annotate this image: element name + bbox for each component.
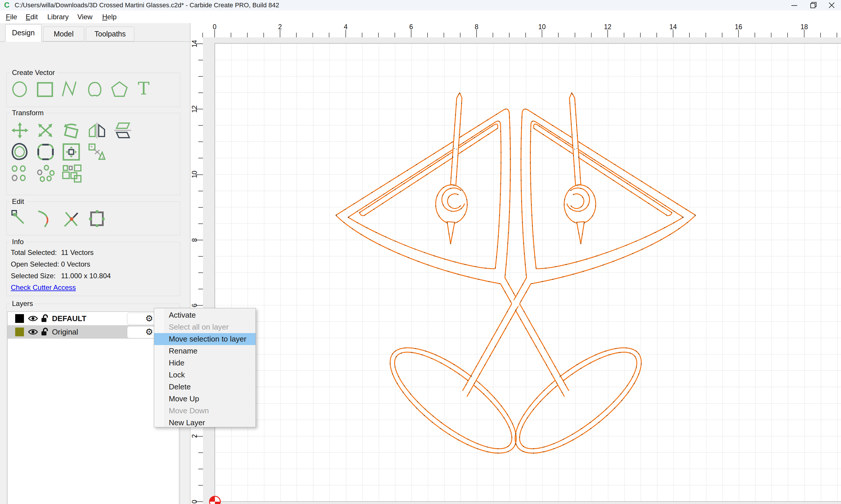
menu-help[interactable]: Help (101, 11, 118, 23)
edit-title: Edit (10, 197, 26, 205)
menu-item-activate[interactable]: Activate (154, 309, 256, 321)
window-title: C:/Users/willa/Downloads/3D Crossed Mart… (15, 0, 279, 11)
rotate-tool-icon[interactable] (62, 121, 81, 140)
svg-text:T: T (138, 79, 150, 97)
text-tool-icon[interactable]: T (136, 79, 154, 97)
menu-view[interactable]: View (75, 11, 94, 23)
layer-list: DEFAULT ⚙ Original ⚙ (7, 311, 179, 504)
ruler-label: 16 (735, 23, 742, 31)
shrink-tool-icon[interactable] (62, 142, 81, 162)
total-selected-value: 11 Vectors (61, 249, 94, 257)
layer-color-swatch[interactable] (15, 314, 24, 323)
ruler-label: 12 (604, 23, 612, 31)
boundary-tool-icon[interactable] (87, 210, 107, 228)
layer-name[interactable]: DEFAULT (52, 312, 86, 325)
title-bar: C C:/Users/willa/Downloads/3D Crossed Ma… (0, 0, 841, 11)
menu-item-move-selection-to-layer[interactable]: Move selection to layer (154, 333, 256, 345)
menu-file[interactable]: File (4, 11, 19, 23)
polyline-tool-icon[interactable] (61, 80, 79, 98)
move-tool-icon[interactable] (10, 121, 30, 140)
menu-item-select-all-on-layer: Select all on layer (154, 321, 256, 333)
vertical-ruler: 14 12 10 8 6 4 2 0 (190, 37, 204, 504)
check-cutter-access-link[interactable]: Check Cutter Access (11, 284, 76, 292)
app-window: C C:/Users/willa/Downloads/3D Crossed Ma… (0, 0, 841, 504)
menu-library[interactable]: Library (46, 11, 70, 23)
horizontal-ruler: 0 2 4 6 8 10 12 14 16 18 (190, 23, 841, 38)
unlock-icon[interactable] (41, 327, 50, 338)
open-selected-value: 0 Vectors (61, 260, 90, 268)
linear-array-tool-icon[interactable] (10, 164, 30, 183)
offset-tool-icon[interactable] (10, 142, 30, 162)
layer-color-swatch[interactable] (15, 327, 24, 336)
flip-tool-icon[interactable] (113, 121, 132, 140)
tab-strip: Design Model Toolpaths (0, 23, 190, 42)
polygon-tool-icon[interactable] (111, 80, 129, 98)
ruler-label: 8 (191, 238, 199, 242)
edit-panel: Edit (6, 201, 180, 235)
menu-item-rename[interactable]: Rename (154, 345, 256, 357)
ruler-label: 6 (191, 304, 199, 307)
scale-tool-icon[interactable] (36, 121, 55, 140)
visibility-eye-icon[interactable] (28, 315, 38, 323)
menu-item-move-down: Move Down (154, 405, 256, 417)
unlock-icon[interactable] (41, 314, 50, 324)
minimize-icon (791, 2, 798, 9)
layer-row-original[interactable]: Original ⚙ (7, 325, 179, 339)
ruler-label: 2 (191, 434, 199, 438)
ruler-label: 0 (191, 500, 199, 504)
menu-bar: File Edit Library View Help (0, 11, 841, 23)
restore-icon (810, 1, 817, 9)
close-button[interactable] (823, 0, 840, 11)
canvas-viewport[interactable] (203, 37, 841, 504)
info-title: Info (10, 238, 26, 246)
martini-glass-left[interactable] (336, 93, 657, 471)
ruler-label: 18 (801, 23, 808, 31)
create-vector-title: Create Vector (10, 69, 57, 77)
info-panel: Info Total Selected: 11 Vectors Open Sel… (6, 242, 180, 296)
node-edit-tool-icon[interactable] (10, 210, 30, 228)
rectangle-tool-icon[interactable] (36, 80, 54, 98)
layers-title: Layers (10, 300, 35, 308)
visibility-eye-icon[interactable] (28, 328, 38, 337)
menu-item-lock[interactable]: Lock (154, 369, 256, 381)
ruler-label: 4 (344, 23, 348, 31)
app-logo-icon: C (4, 1, 10, 10)
tab-model[interactable]: Model (43, 26, 84, 41)
nest-tool-icon[interactable] (62, 164, 82, 184)
ruler-label: 14 (669, 23, 677, 31)
circle-tool-icon[interactable] (12, 80, 30, 98)
martini-glasses-art[interactable] (203, 37, 841, 504)
ruler-label: 12 (191, 105, 199, 113)
minimize-button[interactable] (786, 0, 803, 11)
total-selected-label: Total Selected: (11, 249, 57, 257)
close-icon (828, 2, 835, 9)
ruler-label: 6 (409, 23, 413, 31)
martini-glass-right[interactable] (374, 93, 696, 471)
curve-tool-icon[interactable] (86, 80, 104, 98)
selected-size-value: 11.000 x 10.804 (61, 272, 111, 280)
menu-item-move-up[interactable]: Move Up (154, 393, 256, 405)
transform-align-tool-icon[interactable] (87, 142, 107, 162)
tab-design[interactable]: Design (5, 24, 41, 42)
menu-edit[interactable]: Edit (24, 11, 39, 23)
circular-array-tool-icon[interactable] (36, 164, 55, 183)
sidebar: Design Model Toolpaths Create Vector (0, 23, 190, 504)
restore-button[interactable] (805, 0, 822, 11)
break-intersect-tool-icon[interactable] (62, 210, 81, 228)
ruler-label: 10 (191, 170, 199, 178)
tab-toolpaths[interactable]: Toolpaths (86, 26, 134, 41)
menu-item-new-layer[interactable]: New Layer (154, 417, 256, 429)
mirror-tool-icon[interactable] (87, 121, 107, 140)
menu-item-delete[interactable]: Delete (154, 381, 256, 393)
trim-tool-icon[interactable] (36, 210, 55, 228)
selected-size-label: Selected Size: (11, 272, 55, 280)
create-vector-panel: Create Vector T (6, 73, 180, 107)
layer-row-default[interactable]: DEFAULT ⚙ (7, 312, 179, 325)
open-selected-label: Open Selected: (11, 260, 59, 268)
transform-panel: Transform (6, 113, 180, 195)
canvas-region: 0 2 4 6 8 10 12 14 16 18 14 12 10 8 6 4 … (190, 23, 841, 504)
fillet-tool-icon[interactable] (36, 142, 55, 162)
layer-name[interactable]: Original (52, 325, 78, 339)
ruler-label: 10 (538, 23, 546, 31)
menu-item-hide[interactable]: Hide (154, 357, 256, 369)
